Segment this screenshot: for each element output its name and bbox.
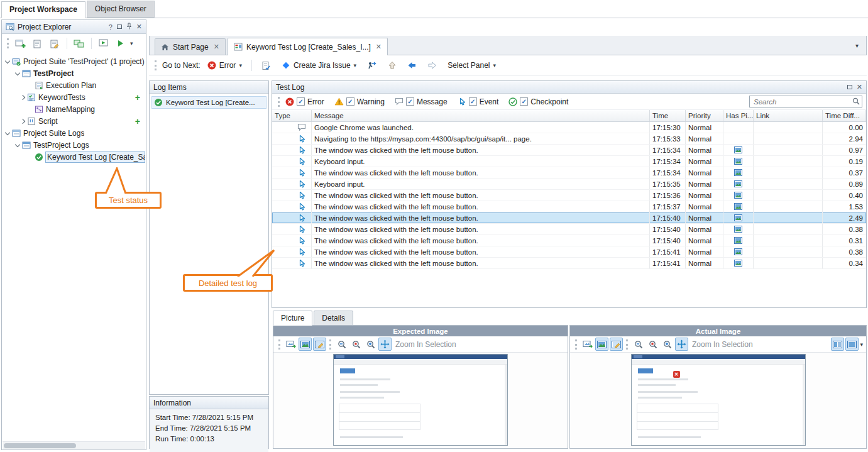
- column-header-time-diff[interactable]: Time Diff...: [823, 110, 866, 121]
- help-icon[interactable]: ?: [109, 23, 113, 31]
- run-project-button[interactable]: [113, 36, 128, 51]
- zoom-in-selection-button[interactable]: [378, 338, 392, 351]
- zoom-out-button[interactable]: [335, 338, 348, 351]
- zoom-in-selection-button[interactable]: [675, 338, 688, 351]
- rename-item-button[interactable]: [47, 36, 62, 51]
- column-header-has-picture[interactable]: Has Pi...: [723, 110, 754, 121]
- float-icon[interactable]: [117, 25, 122, 29]
- test-log-row[interactable]: Navigating to the https://mysap.com:4430…: [272, 133, 866, 145]
- zoom-reset-button[interactable]: [646, 338, 659, 351]
- toolbar-grip[interactable]: [278, 339, 281, 350]
- maximize-icon[interactable]: [847, 85, 852, 89]
- test-log-row[interactable]: The window was clicked with the left mou…: [272, 235, 866, 246]
- create-jira-issue-button[interactable]: Create Jira Issue ▾: [278, 59, 360, 72]
- add-script-button[interactable]: +: [135, 116, 145, 126]
- zoom-in-button[interactable]: [364, 338, 377, 351]
- test-log-row[interactable]: The window was clicked with the left mou…: [272, 246, 866, 258]
- column-header-priority[interactable]: Priority: [686, 110, 723, 121]
- checkpoint-checkbox[interactable]: ✓: [520, 97, 528, 106]
- post-issue-button[interactable]: [363, 59, 381, 72]
- forward-button[interactable]: [424, 59, 441, 72]
- error-checkbox[interactable]: ✓: [297, 97, 305, 106]
- warning-checkbox[interactable]: ✓: [346, 97, 354, 106]
- expander-icon[interactable]: [15, 70, 20, 75]
- expander-icon[interactable]: [5, 58, 10, 63]
- scrollbar-thumb[interactable]: [4, 443, 76, 448]
- tree-item-keywordtests[interactable]: KeywordTests +: [2, 91, 146, 103]
- edit-image-toggle[interactable]: [610, 338, 623, 351]
- test-log-row[interactable]: The window was clicked with the left mou…: [272, 212, 866, 224]
- column-header-type[interactable]: Type: [272, 110, 312, 121]
- toolbar-grip[interactable]: [329, 339, 332, 350]
- actual-image-canvas[interactable]: ✕: [570, 353, 866, 448]
- go-to-parent-button[interactable]: [384, 59, 400, 72]
- test-log-row[interactable]: Keyboard input.17:15:35Normal0.89: [272, 179, 866, 190]
- add-existing-item-button[interactable]: [30, 36, 45, 51]
- tab-project-workspace[interactable]: Project Workspace: [1, 1, 85, 18]
- new-issue-button[interactable]: [258, 59, 275, 72]
- tree-item-keyword-test-log[interactable]: Keyword Test Log [Create_Sales: [2, 151, 146, 163]
- tab-list-dropdown-icon[interactable]: ▾: [855, 42, 859, 49]
- test-log-row[interactable]: The window was clicked with the left mou…: [272, 145, 866, 156]
- zoom-reset-button[interactable]: [349, 338, 363, 351]
- tree-item-namemapping[interactable]: NameMapping: [2, 103, 146, 115]
- organize-items-button[interactable]: [72, 36, 87, 51]
- run-test-button[interactable]: [96, 36, 111, 51]
- expander-icon[interactable]: [20, 118, 25, 123]
- view-mode-overlay-button[interactable]: [845, 338, 859, 351]
- log-items-entry[interactable]: Keyword Test Log [Create...: [151, 96, 266, 109]
- toolbar-grip[interactable]: [278, 97, 280, 107]
- horizontal-scrollbar[interactable]: [3, 441, 145, 449]
- export-image-button[interactable]: [284, 338, 297, 351]
- search-input[interactable]: [749, 96, 862, 107]
- event-checkbox[interactable]: ✓: [469, 97, 477, 106]
- column-header-time[interactable]: Time: [650, 110, 686, 121]
- expander-icon[interactable]: [15, 141, 20, 146]
- toolbar-grip[interactable]: [7, 38, 9, 48]
- tab-start-page[interactable]: Start Page ✕: [155, 38, 226, 55]
- close-icon[interactable]: ✕: [857, 83, 862, 91]
- tree-item-project-suite[interactable]: Project Suite 'TestProject' (1 project): [2, 55, 146, 67]
- export-image-button[interactable]: [581, 338, 594, 351]
- select-panel-button[interactable]: Select Panel ▾: [444, 59, 500, 72]
- add-keyword-test-button[interactable]: +: [135, 92, 145, 102]
- toolbar-grip[interactable]: [575, 339, 578, 350]
- zoom-in-button[interactable]: [661, 338, 674, 351]
- message-checkbox[interactable]: ✓: [406, 97, 414, 106]
- show-image-toggle[interactable]: [299, 338, 312, 351]
- tree-item-testproject-logs[interactable]: TestProject Logs: [2, 139, 146, 151]
- test-log-row[interactable]: The window was clicked with the left mou…: [272, 167, 866, 179]
- tree-item-project-suite-logs[interactable]: Project Suite Logs: [2, 127, 146, 139]
- go-to-next-error-button[interactable]: Error ▾: [204, 59, 246, 72]
- expander-icon[interactable]: [5, 130, 10, 135]
- test-log-row[interactable]: Keyboard input.17:15:34Normal0.19: [272, 156, 866, 167]
- view-mode-dropdown-icon[interactable]: ▾: [860, 341, 863, 348]
- column-header-message[interactable]: Message: [312, 110, 650, 121]
- expander-icon[interactable]: [20, 94, 25, 99]
- test-log-row[interactable]: The window was clicked with the left mou…: [272, 201, 866, 212]
- toolbar-grip[interactable]: [626, 339, 629, 350]
- view-mode-side-by-side-button[interactable]: [831, 338, 844, 351]
- back-button[interactable]: [404, 59, 420, 72]
- tree-item-script[interactable]: Script +: [2, 115, 146, 127]
- close-icon[interactable]: ✕: [136, 23, 142, 31]
- show-image-toggle[interactable]: [595, 338, 608, 351]
- toolbar-grip[interactable]: [155, 60, 157, 70]
- test-log-row[interactable]: The window was clicked with the left mou…: [272, 258, 866, 269]
- tree-item-execution-plan[interactable]: Execution Plan: [2, 79, 146, 91]
- column-header-link[interactable]: Link: [754, 110, 823, 121]
- pin-icon[interactable]: [126, 23, 132, 31]
- test-log-row[interactable]: The window was clicked with the left mou…: [272, 224, 866, 235]
- zoom-out-button[interactable]: [632, 338, 645, 351]
- test-log-row[interactable]: Google Chrome was launched.17:15:30Norma…: [272, 122, 866, 133]
- close-tab-icon[interactable]: ✕: [376, 43, 382, 51]
- tab-object-browser[interactable]: Object Browser: [87, 1, 155, 18]
- edit-image-toggle[interactable]: [313, 338, 326, 351]
- test-log-row[interactable]: The window was clicked with the left mou…: [272, 190, 866, 201]
- expected-image-canvas[interactable]: [273, 353, 568, 448]
- tab-details[interactable]: Details: [314, 311, 353, 326]
- add-new-item-button[interactable]: [13, 36, 28, 51]
- tree-item-testproject[interactable]: TestProject: [2, 67, 146, 79]
- tab-keyword-test-log[interactable]: Keyword Test Log [Create_Sales_I...] ✕: [228, 38, 388, 55]
- run-options-dropdown-icon[interactable]: ▾: [130, 40, 133, 47]
